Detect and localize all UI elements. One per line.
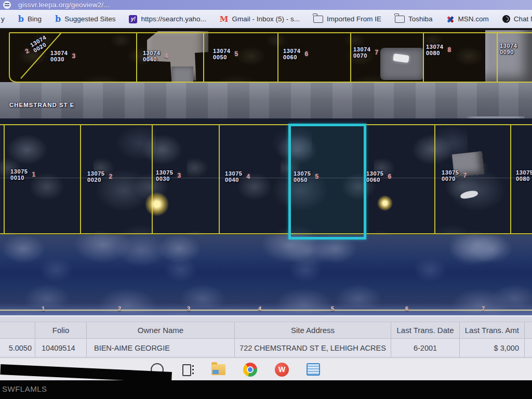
lot-number: 4	[165, 52, 168, 60]
lot-number: 5	[331, 305, 334, 312]
bookmarks-bar: y b Bing b Suggested Sites y! https://se…	[0, 10, 532, 29]
table-header-row: Folio Owner Name Site Address Last Trans…	[0, 322, 532, 339]
chrome-icon[interactable]	[243, 363, 257, 377]
cell-strap: 5.0050	[0, 339, 35, 357]
header-strap	[0, 322, 35, 339]
parcel-label[interactable]: 130740040 4	[143, 50, 168, 62]
url-text[interactable]: gissvr.leepa.org/geoview2/...	[18, 1, 110, 9]
map-viewport[interactable]: CHEMSTRAND ST E 2 130740020 130740030 3 …	[0, 29, 532, 318]
header-folio[interactable]: Folio	[35, 322, 87, 339]
bookmark-yahoo-search[interactable]: y! https://search.yaho...	[129, 15, 206, 23]
results-table: Folio Owner Name Site Address Last Trans…	[0, 315, 532, 360]
lot-number: 7	[482, 305, 485, 312]
parcel-label[interactable]: 130750060 6	[366, 170, 391, 183]
header-overflow	[525, 322, 532, 339]
parcel-label[interactable]: 130750010 1	[10, 168, 35, 181]
bookmark-folder-imported-from-ie[interactable]: Imported From IE	[313, 15, 381, 23]
lot-number: 5	[235, 50, 238, 58]
site-settings-icon[interactable]	[3, 1, 11, 9]
lot-number: 4	[247, 173, 250, 180]
msn-icon	[446, 15, 455, 23]
parcel-label[interactable]: 130740090	[500, 43, 517, 55]
file-explorer-icon[interactable]	[211, 364, 225, 375]
bookmark-folder-toshiba[interactable]: Toshiba	[395, 15, 433, 23]
address-bar[interactable]: gissvr.leepa.org/geoview2/...	[0, 0, 532, 10]
bookmark-label: Toshiba	[408, 15, 433, 23]
parcel-label[interactable]: 130750080	[516, 169, 532, 182]
lot-number: 2	[118, 305, 121, 312]
lot-number: 7	[463, 172, 467, 179]
lot-number: 6	[388, 173, 392, 180]
street-label: CHEMSTRAND ST E	[9, 102, 75, 108]
cell-folio[interactable]: 10409514	[35, 339, 87, 357]
watermark: SWFLAMLS	[2, 384, 47, 393]
lot-number: 4	[258, 305, 261, 312]
bookmark-gmail[interactable]: M Gmail - Inbox (5) - s...	[220, 15, 300, 24]
chat-now-icon	[502, 15, 510, 23]
parcel-label[interactable]: 130740060 6	[283, 48, 308, 60]
bookmark-bing[interactable]: b Bing	[18, 15, 42, 23]
task-view-icon[interactable]	[181, 364, 194, 375]
screen: gissvr.leepa.org/geoview2/... y b Bing b…	[0, 0, 532, 399]
parcel-label[interactable]: 130740080 8	[426, 44, 451, 56]
parcel-label-highlighted[interactable]: 130750050 5	[294, 170, 318, 183]
bookmark-label: https://search.yaho...	[141, 15, 206, 23]
bookmark-msn[interactable]: MSN.com	[446, 15, 489, 23]
lot-number: 7	[375, 49, 379, 56]
parcel-label[interactable]: 130750040 4	[225, 170, 250, 183]
table-row[interactable]: 5.0050 10409514 BIEN-AIME GEORGIE 722 CH…	[0, 339, 532, 357]
header-last-trans-date[interactable]: Last Trans. Date	[391, 322, 460, 339]
bookmark-label: Gmail - Inbox (5) - s...	[232, 15, 300, 23]
cell-last-trans-date: 6-2001	[391, 339, 460, 357]
cell-last-trans-amt: $ 3,000	[460, 339, 525, 357]
lot-number: 1	[42, 305, 45, 312]
bookmark-b-icon: b	[55, 16, 61, 23]
folder-icon	[313, 16, 323, 23]
parcel-label[interactable]: 130750070 7	[442, 169, 467, 182]
bookmark-label: Bing	[28, 15, 42, 23]
lot-number: 3	[72, 52, 76, 60]
cell-overflow	[525, 339, 532, 357]
bookmark-label: Suggested Sites	[64, 15, 115, 23]
header-owner-name[interactable]: Owner Name	[87, 322, 235, 339]
streetlight-glow	[377, 195, 393, 211]
bookmark-cut[interactable]: y	[1, 15, 5, 23]
folder-icon	[395, 16, 405, 23]
bookmark-label: y	[1, 15, 5, 23]
yahoo-icon: y!	[129, 15, 137, 23]
bookmark-suggested-sites[interactable]: b Suggested Sites	[55, 15, 116, 23]
header-last-trans-amt[interactable]: Last Trans. Amt	[460, 322, 525, 339]
lot-number: 5	[315, 173, 319, 180]
gmail-icon: M	[220, 15, 229, 24]
streetlight-glow	[145, 192, 169, 216]
bookmark-chat-now[interactable]: Chat Now Button	[502, 15, 532, 23]
lot-number: 6	[405, 305, 408, 312]
header-site-address[interactable]: Site Address	[235, 322, 391, 339]
lot-number: 6	[305, 50, 309, 58]
mail-app-icon[interactable]	[307, 363, 320, 376]
lot-number: 8	[448, 46, 451, 54]
cell-site-address: 722 CHEMSTRAND ST E, LEHIGH ACRES	[235, 339, 391, 357]
cell-owner-name: BIEN-AIME GEORGIE	[87, 339, 235, 357]
parcel-label[interactable]: 130740070 7	[353, 46, 378, 59]
bing-icon: b	[18, 16, 24, 23]
wps-office-icon[interactable]: W	[275, 363, 289, 377]
lot-number: 3	[187, 305, 190, 312]
bookmark-label: Imported From IE	[327, 15, 381, 23]
lot-number: 3	[178, 172, 181, 179]
lot-number: 2	[109, 173, 113, 180]
lot-number: 1	[32, 171, 36, 178]
parcel-label[interactable]: 130750020 2	[87, 170, 112, 183]
screen-bezel	[0, 380, 532, 399]
bookmark-label: Chat Now Button	[514, 15, 532, 23]
parcel-label[interactable]: 130750030 3	[156, 169, 181, 182]
parcel-label[interactable]: 130740030 3	[50, 50, 75, 62]
bookmark-label: MSN.com	[458, 15, 489, 23]
parcel-label[interactable]: 130740050 5	[213, 48, 238, 60]
